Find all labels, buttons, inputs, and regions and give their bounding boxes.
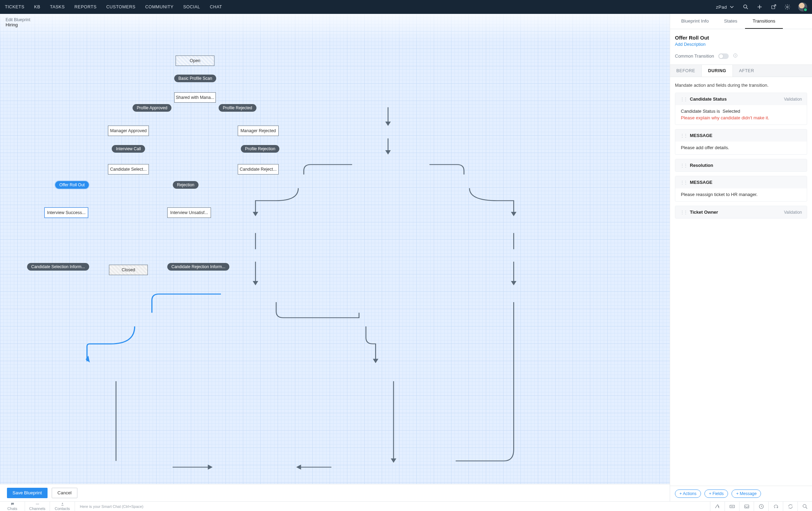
edit-header: Edit Blueprint Hiring	[0, 14, 36, 32]
state-cand-select[interactable]: Candidate Select...	[108, 164, 149, 174]
nav-items: TICKETS KB TASKS REPORTS CUSTOMERS COMMU…	[5, 5, 222, 9]
svg-point-16	[62, 503, 63, 504]
card-resolution[interactable]: ⋮⋮ Resolution	[675, 159, 807, 172]
card-title: MESSAGE	[690, 180, 712, 185]
trans-basic-scan[interactable]: Basic Profile Scan	[174, 75, 216, 82]
edit-subtitle: Edit Blueprint	[6, 17, 30, 22]
tab-channels[interactable]: Channels	[25, 502, 50, 511]
state-mgr-rejected[interactable]: Manager Rejected	[238, 126, 279, 136]
tab-states[interactable]: States	[717, 14, 745, 29]
cancel-button[interactable]: Cancel	[52, 488, 77, 498]
gear-icon[interactable]	[784, 4, 790, 10]
common-transition-toggle[interactable]	[718, 53, 729, 59]
rp-title: Offer Roll Out	[675, 35, 807, 41]
drag-handle-icon[interactable]: ⋮⋮	[680, 163, 687, 168]
nav-community[interactable]: COMMUNITY	[145, 5, 174, 9]
right-panel: Blueprint Info States Transitions Offer …	[670, 14, 812, 501]
blueprint-canvas[interactable]: Open Shared with Mana... Manager Approve…	[0, 14, 670, 484]
drag-handle-icon[interactable]: ⋮⋮	[680, 210, 687, 215]
drag-handle-icon[interactable]: ⋮⋮	[680, 180, 687, 185]
tab-chats[interactable]: Chats	[0, 502, 25, 511]
drag-handle-icon[interactable]: ⋮⋮	[680, 97, 687, 102]
state-label: Candidate Select...	[110, 167, 147, 172]
canvas-wrap: Edit Blueprint Hiring	[0, 14, 670, 501]
clock-icon[interactable]	[754, 502, 768, 511]
state-cand-reject[interactable]: Candidate Reject...	[238, 164, 279, 174]
trans-cand-rej-inform[interactable]: Candidate Rejection Inform...	[167, 263, 229, 271]
keyboard-icon[interactable]	[725, 502, 739, 511]
main: Edit Blueprint Hiring	[0, 14, 812, 501]
plus-icon[interactable]	[756, 4, 763, 10]
state-shared[interactable]: Shared with Mana...	[174, 92, 216, 103]
search-icon[interactable]	[743, 4, 749, 10]
card-title: Ticket Owner	[690, 210, 718, 215]
nav-reports[interactable]: REPORTS	[75, 5, 97, 9]
card-title: MESSAGE	[690, 133, 712, 138]
nav-social[interactable]: SOCIAL	[183, 5, 200, 9]
workspace-switcher[interactable]: zPad	[716, 4, 735, 10]
card-line-a: Candidate Status is	[681, 109, 720, 114]
phase-during[interactable]: DURING	[701, 65, 733, 77]
trans-profile-approved[interactable]: Profile Approved	[133, 104, 171, 112]
refresh-icon[interactable]	[783, 502, 797, 511]
search-icon-bottom[interactable]	[797, 502, 812, 511]
state-label: Interview Success...	[47, 210, 85, 215]
state-int-success[interactable]: Interview Success...	[44, 207, 88, 218]
trans-profile-rejection[interactable]: Profile Rejection	[241, 145, 279, 153]
tray-icon[interactable]	[739, 502, 754, 511]
rp-footer: + Actions + Fields + Message	[670, 486, 812, 501]
add-fields-button[interactable]: + Fields	[704, 489, 728, 498]
nav-tasks[interactable]: TASKS	[50, 5, 65, 9]
state-open[interactable]: Open	[176, 56, 214, 66]
state-label: Closed	[122, 267, 135, 272]
card-message-1[interactable]: ⋮⋮ MESSAGE Please add offer details.	[675, 129, 807, 155]
person-icon	[60, 502, 65, 506]
topnav-right: zPad	[716, 2, 807, 11]
add-message-button[interactable]: + Message	[731, 489, 761, 498]
card-candidate-status[interactable]: ⋮⋮ Candidate Status Validation Candidate…	[675, 93, 807, 125]
validation-badge: Validation	[784, 210, 802, 215]
nav-kb[interactable]: KB	[34, 5, 40, 9]
card-message-2[interactable]: ⋮⋮ MESSAGE Please reassign ticket to HR …	[675, 176, 807, 202]
nav-tickets[interactable]: TICKETS	[5, 5, 24, 9]
svg-point-2	[787, 6, 788, 8]
tab-contacts[interactable]: Contacts	[50, 502, 75, 511]
nav-customers[interactable]: CUSTOMERS	[106, 5, 135, 9]
state-int-unsat[interactable]: Interview Unsatisf...	[167, 207, 211, 218]
trans-rejection[interactable]: Rejection	[173, 181, 198, 189]
trans-profile-rejected[interactable]: Profile Rejected	[219, 104, 256, 112]
smart-chat-input[interactable]: Here is your Smart Chat (Ctrl+Space)	[75, 502, 710, 511]
svg-point-20	[803, 504, 806, 508]
state-label: Interview Unsatisf...	[170, 210, 208, 215]
drag-handle-icon[interactable]: ⋮⋮	[680, 133, 687, 138]
broadcast-icon	[35, 502, 40, 506]
trans-interview-call[interactable]: Interview Call	[112, 145, 145, 153]
tab-label: Chats	[7, 506, 17, 511]
headset-icon[interactable]	[768, 502, 783, 511]
bottom-bar: Chats Channels Contacts Here is your Sma…	[0, 501, 812, 511]
trans-cand-sel-inform[interactable]: Candidate Selection Inform...	[27, 263, 89, 271]
tab-label: Contacts	[55, 506, 70, 511]
phase-before[interactable]: BEFORE	[670, 65, 701, 77]
svg-point-15	[37, 504, 38, 504]
nav-chat[interactable]: CHAT	[210, 5, 222, 9]
add-actions-button[interactable]: + Actions	[675, 489, 701, 498]
card-ticket-owner[interactable]: ⋮⋮ Ticket Owner Validation	[675, 206, 807, 219]
smart-chat-placeholder: Here is your Smart Chat (Ctrl+Space)	[80, 504, 143, 509]
avatar[interactable]	[798, 2, 807, 11]
trans-offer-rollout[interactable]: Offer Roll Out	[55, 181, 89, 189]
zia-icon[interactable]	[710, 502, 725, 511]
diagram: Open Shared with Mana... Manager Approve…	[0, 14, 670, 484]
state-closed[interactable]: Closed	[109, 265, 148, 275]
validation-badge: Validation	[784, 97, 802, 102]
phase-after[interactable]: AFTER	[733, 65, 760, 77]
tab-blueprint-info[interactable]: Blueprint Info	[674, 14, 717, 29]
export-icon[interactable]	[770, 4, 777, 10]
card-line-b: Selected	[722, 109, 740, 114]
state-mgr-approved[interactable]: Manager Approved	[108, 126, 149, 136]
tab-transitions[interactable]: Transitions	[745, 14, 783, 29]
save-button[interactable]: Save Blueprint	[7, 488, 48, 498]
info-icon[interactable]	[733, 53, 738, 59]
workspace-label: zPad	[716, 5, 727, 10]
add-description-link[interactable]: Add Description	[675, 42, 807, 47]
